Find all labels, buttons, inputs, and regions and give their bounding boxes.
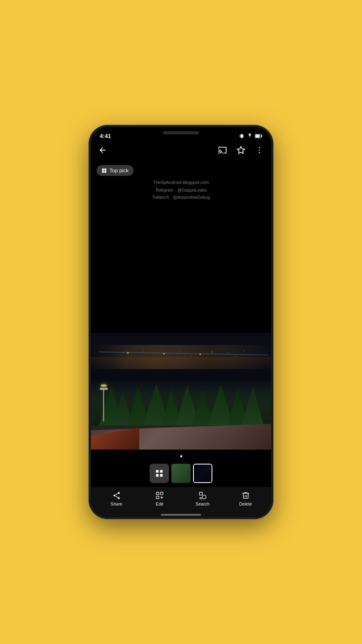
more-options-button[interactable] <box>253 144 265 156</box>
home-indicator <box>91 514 271 517</box>
top-pick-label: Top pick <box>109 167 129 173</box>
toolbar-left <box>97 144 109 156</box>
nav-delete[interactable]: Delete <box>224 491 267 506</box>
svg-rect-15 <box>160 470 162 473</box>
svg-point-19 <box>113 495 115 497</box>
main-content: Top pick TheSpAndroid.blogspot.com Teleg… <box>91 159 271 450</box>
back-button[interactable] <box>97 144 109 156</box>
svg-rect-17 <box>160 474 162 477</box>
svg-marker-6 <box>237 147 245 153</box>
svg-line-21 <box>115 493 118 495</box>
edit-icon <box>155 491 164 500</box>
svg-point-29 <box>202 495 206 499</box>
toolbar-right <box>216 144 265 156</box>
bottom-section: Share Edit <box>91 450 271 517</box>
svg-rect-16 <box>156 474 158 477</box>
svg-point-9 <box>259 152 260 153</box>
share-icon <box>112 491 121 500</box>
wifi-icon <box>247 133 253 139</box>
svg-point-20 <box>118 497 120 499</box>
svg-rect-24 <box>160 492 162 495</box>
svg-rect-10 <box>102 168 104 170</box>
watermark-line2: Telegram - @GappsLeaks <box>152 186 210 194</box>
nav-search-label: Search <box>195 502 210 506</box>
svg-rect-12 <box>102 171 104 173</box>
svg-point-8 <box>259 150 260 151</box>
thumbnail-strip <box>91 450 271 464</box>
bottom-nav: Share Edit <box>91 487 271 514</box>
status-icons <box>239 133 262 139</box>
grid-icon <box>155 469 164 478</box>
svg-rect-0 <box>241 134 243 138</box>
svg-rect-28 <box>199 492 202 495</box>
lamp-glow <box>101 384 107 387</box>
top-pick-badge[interactable]: Top pick <box>97 165 134 176</box>
delete-icon <box>241 491 250 500</box>
nav-delete-label: Delete <box>239 502 252 506</box>
nav-share[interactable]: Share <box>95 491 138 506</box>
trees-area <box>91 377 271 425</box>
cast-button[interactable] <box>216 144 228 156</box>
phone-screen: 4:41 <box>91 127 271 517</box>
dot-indicator <box>180 455 182 457</box>
home-bar <box>161 514 201 516</box>
thumbnail-img-1 <box>171 464 191 483</box>
svg-rect-2 <box>243 135 244 137</box>
search-icon <box>198 491 207 500</box>
svg-rect-5 <box>261 135 262 137</box>
battery-icon <box>255 134 262 138</box>
svg-rect-23 <box>156 492 158 495</box>
status-time: 4:41 <box>100 133 111 139</box>
nav-share-label: Share <box>111 502 122 506</box>
svg-rect-11 <box>105 168 107 170</box>
vibrate-icon <box>239 133 245 139</box>
nav-edit[interactable]: Edit <box>138 491 181 506</box>
svg-rect-13 <box>105 171 107 173</box>
svg-point-7 <box>259 147 260 148</box>
svg-line-22 <box>115 496 118 497</box>
nav-edit-label: Edit <box>156 502 163 506</box>
bookmark-button[interactable] <box>235 144 247 156</box>
svg-rect-14 <box>156 470 158 473</box>
phone-frame: 4:41 <box>88 125 274 519</box>
phone-pill <box>163 131 199 134</box>
photo-thumbnail-1[interactable] <box>171 464 191 483</box>
watermark: TheSpAndroid.blogspot.com Telegram - @Ga… <box>152 179 210 201</box>
badge-icon <box>101 168 107 173</box>
lamp-post <box>103 389 104 421</box>
svg-point-18 <box>118 492 120 494</box>
watermark-line1: TheSpAndroid.blogspot.com <box>152 179 210 186</box>
svg-rect-25 <box>156 496 158 499</box>
night-photo <box>91 333 271 450</box>
svg-rect-1 <box>240 135 240 137</box>
app-toolbar <box>91 142 271 159</box>
watermark-line3: Twitter/X - @AssembleDebug <box>152 194 210 201</box>
status-bar: 4:41 <box>91 127 271 142</box>
grid-thumbnail[interactable] <box>150 464 169 483</box>
nav-search[interactable]: Search <box>181 491 224 506</box>
photo-thumbnail-2-selected[interactable] <box>193 464 212 483</box>
svg-rect-4 <box>255 135 260 138</box>
